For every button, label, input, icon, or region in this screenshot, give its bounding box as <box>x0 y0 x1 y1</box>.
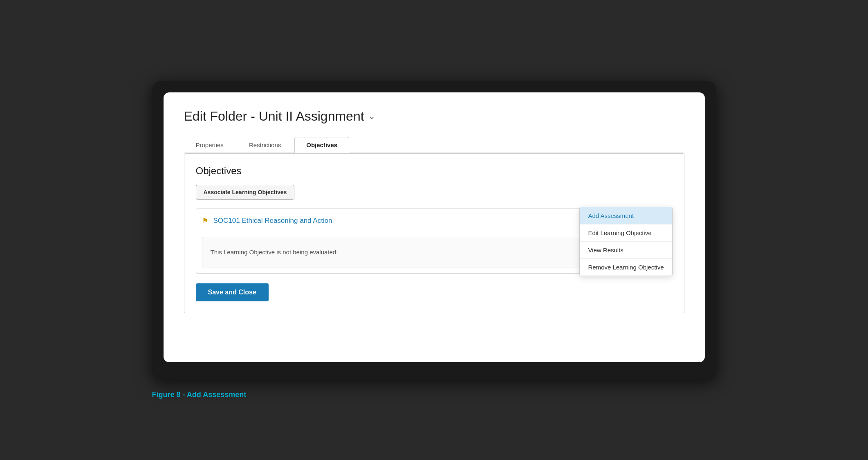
associate-learning-objectives-button[interactable]: Associate Learning Objectives <box>196 185 295 200</box>
dropdown-item-remove-lo[interactable]: Remove Learning Objective <box>580 259 672 276</box>
tab-restrictions[interactable]: Restrictions <box>237 137 293 153</box>
dropdown-item-edit-lo[interactable]: Edit Learning Objective <box>580 224 672 242</box>
lo-not-evaluated-text: This Learning Objective is not being eva… <box>211 249 338 256</box>
dropdown-item-view-results[interactable]: View Results <box>580 242 672 259</box>
save-and-close-button[interactable]: Save and Close <box>196 283 269 301</box>
dropdown-item-add-assessment[interactable]: Add Assessment <box>580 207 672 224</box>
lo-flag-icon: ⚑ <box>202 216 209 225</box>
dropdown-menu: Add Assessment Edit Learning Objective V… <box>579 207 672 276</box>
figure-caption: Figure 8 - Add Assessment <box>152 390 247 399</box>
objectives-panel: Objectives Associate Learning Objectives… <box>184 153 684 313</box>
tab-properties[interactable]: Properties <box>184 137 236 153</box>
page-title: Edit Folder - Unit II Assignment <box>184 109 364 124</box>
tab-objectives[interactable]: Objectives <box>294 137 349 153</box>
page-title-chevron-icon[interactable]: ⌄ <box>368 111 375 121</box>
objectives-heading: Objectives <box>196 165 673 177</box>
tab-bar: Properties Restrictions Objectives <box>184 136 684 153</box>
page-title-row: Edit Folder - Unit II Assignment ⌄ <box>184 109 684 124</box>
